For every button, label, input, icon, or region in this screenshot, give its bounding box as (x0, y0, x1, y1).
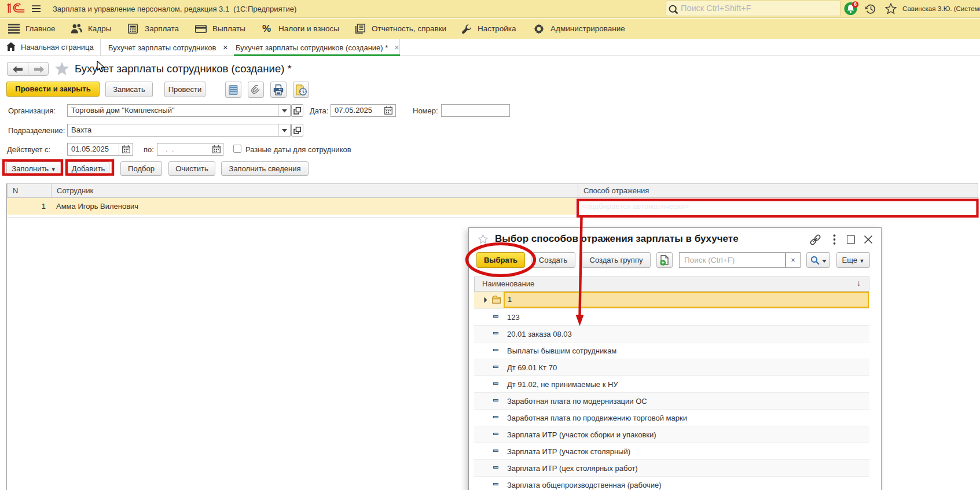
svg-text:6: 6 (854, 1, 857, 7)
